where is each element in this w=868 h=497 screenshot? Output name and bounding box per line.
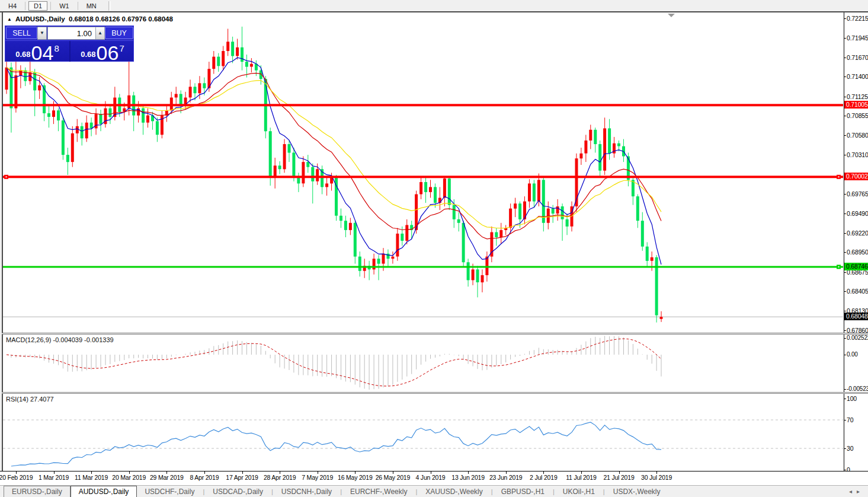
macd-label: MACD(12,26,9) -0.004039 -0.001339: [6, 336, 114, 343]
date-axis-label: 29 Mar 2019: [146, 474, 187, 481]
date-axis-label: 23 Jun 2019: [485, 474, 527, 481]
trade-controls-row: SELL ▼ ▲ BUY: [5, 26, 133, 41]
price-axis-tick: 0.70580: [847, 132, 868, 139]
price-axis-tick: 0.70310: [847, 151, 868, 158]
tab-scroll-left-icon[interactable]: ◂: [849, 488, 857, 495]
chart-tab-ukoil[interactable]: UKOil-,H1: [555, 486, 603, 497]
macd-axis-tick: -0.005234: [847, 386, 868, 392]
date-axis-label: 11 Mar 2019: [71, 474, 112, 481]
timeframe-button-mn[interactable]: MN: [81, 1, 102, 11]
toolbar-separator: [78, 2, 78, 10]
sell-price-sup: 8: [54, 43, 59, 53]
date-axis-label: 7 May 2019: [297, 474, 338, 481]
rsi-axis-tick: 30: [847, 445, 853, 452]
price-axis[interactable]: 0.722150.719450.716700.714000.711250.708…: [844, 12, 868, 471]
trade-prices-row: 0.68 04 8 0.68 06 7: [5, 41, 134, 62]
date-axis-label: 16 May 2019: [334, 474, 376, 481]
chart-window-border: [0, 11, 868, 12]
chart-tab-usdcnh[interactable]: USDCNH-,Daily: [274, 486, 339, 497]
price-axis-tick: 0.68405: [847, 288, 868, 295]
macd-indicator-pane[interactable]: [3, 334, 844, 392]
chart-tab-bar: EURUSD-,DailyAUDUSD-,DailyUSDCHF-,Daily|…: [0, 485, 868, 497]
price-level-label: 0.71005: [844, 101, 868, 109]
date-axis-label: 20 Feb 2019: [0, 474, 37, 481]
trading-terminal: H4D1W1MN ▲AUDUSD-,Daily 0.68018 0.68126 …: [0, 0, 868, 497]
date-axis-label: 8 Apr 2019: [184, 474, 225, 481]
date-axis-label: 17 Apr 2019: [222, 474, 263, 481]
pane-divider[interactable]: [2, 333, 868, 334]
rsi-indicator-pane[interactable]: [3, 394, 844, 471]
price-axis-tick: 0.68950: [847, 249, 868, 256]
volume-increase-button[interactable]: ▲: [95, 27, 105, 40]
price-level-label: 0.68048: [844, 313, 868, 320]
date-axis-label: 28 Apr 2019: [259, 474, 300, 481]
date-axis[interactable]: 20 Feb 20191 Mar 201911 Mar 201920 Mar 2…: [0, 471, 868, 485]
price-axis-tick: 0.69220: [847, 230, 868, 237]
macd-axis-tick: 0.00: [847, 351, 858, 358]
tab-scroll-arrows: ◂▸: [849, 488, 864, 495]
date-axis-label: 30 Jul 2019: [636, 474, 677, 481]
price-axis-tick: 0.71670: [847, 54, 868, 61]
buy-button[interactable]: BUY: [105, 27, 133, 39]
chart-tab-gbpusd[interactable]: GBPUSD-,H1: [494, 486, 552, 497]
toolbar-separator: [25, 2, 25, 10]
price-axis-tick: 0.71125: [847, 93, 868, 100]
price-level-label: 0.70002: [844, 173, 868, 180]
toolbar-separator: [50, 2, 51, 10]
volume-decrease-button[interactable]: ▼: [37, 27, 47, 40]
chart-tab-eurchf[interactable]: EURCHF-,Weekly: [342, 486, 415, 497]
price-axis-tick: 0.69765: [847, 190, 868, 197]
price-axis-tick: 0.69490: [847, 210, 868, 217]
chart-tab-usdchf[interactable]: USDCHF-,Daily: [137, 486, 202, 497]
up-triangle-icon: ▲: [7, 17, 12, 22]
price-axis-tick: 0.71400: [847, 73, 868, 80]
chart-tab-xauusd[interactable]: XAUUSD-,Weekly: [418, 486, 490, 497]
tab-scroll-right-icon[interactable]: ▸: [857, 488, 864, 495]
timeframe-button-h4[interactable]: H4: [3, 1, 22, 11]
date-axis-label: 20 Mar 2019: [108, 474, 150, 481]
buy-price-sup: 7: [119, 43, 124, 53]
date-axis-label: 4 Jun 2019: [410, 474, 451, 481]
chart-tab-usdcad[interactable]: USDCAD-,Daily: [205, 486, 271, 497]
timeframe-button-w1[interactable]: W1: [54, 1, 75, 11]
macd-axis-tick: 0.002522: [847, 334, 868, 341]
rsi-axis-tick: 70: [847, 416, 853, 423]
price-axis-tick: 0.70855: [847, 112, 868, 119]
date-axis-label: 13 Jun 2019: [447, 474, 489, 481]
date-axis-label: 1 Mar 2019: [33, 474, 75, 481]
pane-divider[interactable]: [2, 392, 868, 394]
price-axis-tick: 0.71945: [847, 34, 868, 42]
buy-price-big: 06: [97, 45, 119, 60]
toolbar-groove: [108, 1, 111, 11]
chart-window-border-left: [2, 12, 3, 471]
buy-price-display[interactable]: 0.68 06 7: [71, 41, 134, 62]
date-axis-label: 2 Jul 2019: [523, 474, 564, 481]
timeframe-button-d1[interactable]: D1: [28, 1, 47, 11]
chart-ohlc-values: 0.68018 0.68126 0.67976 0.68048: [69, 15, 173, 23]
sell-price-display[interactable]: 0.68 04 8: [5, 41, 69, 62]
volume-input[interactable]: [47, 27, 96, 40]
rsi-label: RSI(14) 27.4077: [6, 396, 54, 403]
date-axis-label: 11 Jul 2019: [560, 474, 602, 481]
buy-price-prefix: 0.68: [81, 50, 95, 59]
chart-tab-usdx[interactable]: USDX-,Weekly: [606, 486, 668, 497]
price-level-label: 0.68746: [844, 263, 868, 270]
date-axis-label: 26 May 2019: [372, 474, 414, 481]
chart-header: ▲AUDUSD-,Daily 0.68018 0.68126 0.67976 0…: [7, 15, 173, 23]
sell-price-prefix: 0.68: [15, 50, 30, 59]
timeframe-toolbar: H4D1W1MN: [0, 0, 868, 11]
chart-tab-audusd[interactable]: AUDUSD-,Daily: [71, 486, 137, 497]
chart-symbol-label: AUDUSD-,Daily: [15, 15, 65, 23]
date-axis-label: 21 Jul 2019: [598, 474, 640, 481]
sell-button[interactable]: SELL: [6, 27, 37, 39]
price-axis-tick: 0.72215: [847, 15, 868, 22]
rsi-axis-tick: 100: [847, 395, 857, 402]
chart-tab-eurusd[interactable]: EURUSD-,Daily: [4, 486, 71, 497]
sell-price-big: 04: [31, 45, 54, 60]
one-click-trading-panel: SELL ▼ ▲ BUY 0.68 04 8 0.68 06 7: [5, 26, 134, 62]
